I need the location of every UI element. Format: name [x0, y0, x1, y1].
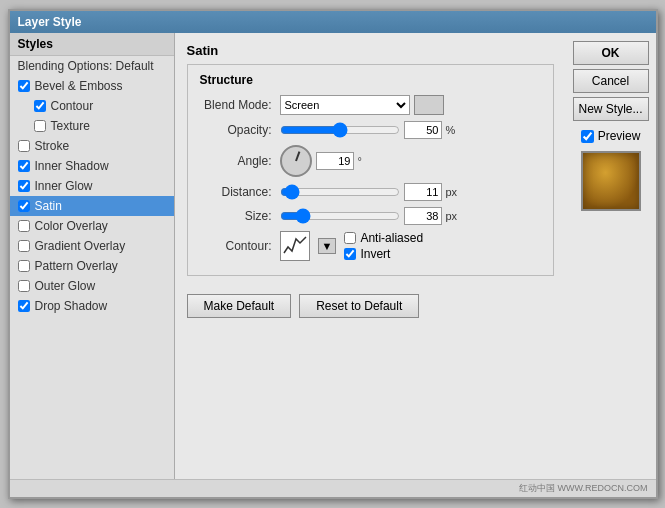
- opacity-value-input[interactable]: [404, 121, 442, 139]
- distance-label: Distance:: [200, 185, 280, 199]
- dialog-body: Styles Blending Options: Default Bevel &…: [10, 33, 656, 479]
- sidebar-item-gradient-overlay[interactable]: Gradient Overlay: [10, 236, 174, 256]
- outer-glow-label: Outer Glow: [35, 279, 96, 293]
- right-panel: OK Cancel New Style... Preview: [566, 33, 656, 479]
- inner-glow-label: Inner Glow: [35, 179, 93, 193]
- outer-glow-checkbox[interactable]: [18, 280, 30, 292]
- sidebar-item-texture[interactable]: Texture: [10, 116, 174, 136]
- drop-shadow-checkbox[interactable]: [18, 300, 30, 312]
- satin-label: Satin: [35, 199, 62, 213]
- satin-checkbox[interactable]: [18, 200, 30, 212]
- blend-mode-color-swatch[interactable]: [414, 95, 444, 115]
- opacity-slider[interactable]: [280, 122, 400, 138]
- texture-checkbox[interactable]: [34, 120, 46, 132]
- color-overlay-label: Color Overlay: [35, 219, 108, 233]
- opacity-label: Opacity:: [200, 123, 280, 137]
- preview-box: [581, 151, 641, 211]
- size-slider-group: px: [280, 207, 462, 225]
- inner-shadow-label: Inner Shadow: [35, 159, 109, 173]
- contour-checkbox[interactable]: [34, 100, 46, 112]
- size-unit: px: [446, 210, 462, 222]
- opacity-unit: %: [446, 124, 462, 136]
- main-content: Satin Structure Blend Mode: Screen Norma…: [175, 33, 566, 479]
- sidebar-item-outer-glow[interactable]: Outer Glow: [10, 276, 174, 296]
- bottom-bar: 红动中国 WWW.REDOCN.COM: [10, 479, 656, 497]
- angle-label: Angle:: [200, 154, 280, 168]
- blend-mode-label: Blend Mode:: [200, 98, 280, 112]
- stroke-checkbox[interactable]: [18, 140, 30, 152]
- pattern-overlay-label: Pattern Overlay: [35, 259, 118, 273]
- angle-row: Angle: °: [200, 145, 541, 177]
- size-value-input[interactable]: [404, 207, 442, 225]
- gradient-overlay-label: Gradient Overlay: [35, 239, 126, 253]
- sidebar-item-blending-options[interactable]: Blending Options: Default: [10, 56, 174, 76]
- contour-label: Contour: [51, 99, 94, 113]
- contour-label: Contour:: [200, 239, 280, 253]
- ok-button[interactable]: OK: [573, 41, 649, 65]
- angle-controls: °: [280, 145, 374, 177]
- distance-unit: px: [446, 186, 462, 198]
- contour-checkboxes: Anti-aliased Invert: [344, 231, 423, 261]
- invert-label[interactable]: Invert: [344, 247, 423, 261]
- angle-dial[interactable]: [280, 145, 312, 177]
- section-title: Satin: [187, 43, 554, 58]
- distance-slider-group: px: [280, 183, 462, 201]
- texture-label: Texture: [51, 119, 90, 133]
- sidebar-item-contour[interactable]: Contour: [10, 96, 174, 116]
- anti-aliased-checkbox[interactable]: [344, 232, 356, 244]
- sidebar-item-color-overlay[interactable]: Color Overlay: [10, 216, 174, 236]
- angle-value-input[interactable]: [316, 152, 354, 170]
- sidebar-item-inner-shadow[interactable]: Inner Shadow: [10, 156, 174, 176]
- distance-value-input[interactable]: [404, 183, 442, 201]
- left-panel: Styles Blending Options: Default Bevel &…: [10, 33, 175, 479]
- title-bar: Layer Style: [10, 11, 656, 33]
- inner-shadow-checkbox[interactable]: [18, 160, 30, 172]
- blending-options-label: Blending Options: Default: [18, 59, 154, 73]
- blend-mode-select[interactable]: Screen Normal Multiply Overlay: [280, 95, 410, 115]
- preview-checkbox[interactable]: [581, 130, 594, 143]
- contour-dropdown-arrow[interactable]: ▼: [318, 238, 337, 254]
- blend-mode-row: Blend Mode: Screen Normal Multiply Overl…: [200, 95, 541, 115]
- sidebar-item-bevel-emboss[interactable]: Bevel & Emboss: [10, 76, 174, 96]
- subsection-title: Structure: [200, 73, 541, 87]
- sidebar-item-inner-glow[interactable]: Inner Glow: [10, 176, 174, 196]
- gradient-overlay-checkbox[interactable]: [18, 240, 30, 252]
- size-slider[interactable]: [280, 208, 400, 224]
- layer-style-dialog: Layer Style Styles Blending Options: Def…: [8, 9, 658, 499]
- stroke-label: Stroke: [35, 139, 70, 153]
- inner-glow-checkbox[interactable]: [18, 180, 30, 192]
- bottom-buttons: Make Default Reset to Default: [187, 294, 554, 318]
- distance-row: Distance: px: [200, 183, 541, 201]
- preview-label[interactable]: Preview: [581, 129, 641, 143]
- watermark: 红动中国 WWW.REDOCN.COM: [519, 482, 648, 495]
- make-default-button[interactable]: Make Default: [187, 294, 292, 318]
- sidebar-item-satin[interactable]: Satin: [10, 196, 174, 216]
- preview-text: Preview: [598, 129, 641, 143]
- bevel-emboss-checkbox[interactable]: [18, 80, 30, 92]
- contour-thumbnail[interactable]: [280, 231, 310, 261]
- sidebar-item-pattern-overlay[interactable]: Pattern Overlay: [10, 256, 174, 276]
- contour-controls: ▼ Anti-aliased Invert: [280, 231, 424, 261]
- invert-text: Invert: [360, 247, 390, 261]
- opacity-row: Opacity: %: [200, 121, 541, 139]
- contour-row: Contour: ▼ Anti-aliased: [200, 231, 541, 261]
- distance-slider[interactable]: [280, 184, 400, 200]
- styles-header: Styles: [10, 33, 174, 56]
- sidebar-item-stroke[interactable]: Stroke: [10, 136, 174, 156]
- invert-checkbox[interactable]: [344, 248, 356, 260]
- angle-unit: °: [358, 155, 374, 167]
- opacity-slider-group: %: [280, 121, 462, 139]
- blend-mode-controls: Screen Normal Multiply Overlay: [280, 95, 444, 115]
- size-label: Size:: [200, 209, 280, 223]
- pattern-overlay-checkbox[interactable]: [18, 260, 30, 272]
- bevel-emboss-label: Bevel & Emboss: [35, 79, 123, 93]
- sidebar-item-drop-shadow[interactable]: Drop Shadow: [10, 296, 174, 316]
- svg-rect-0: [282, 233, 308, 259]
- anti-aliased-text: Anti-aliased: [360, 231, 423, 245]
- structure-subsection: Structure Blend Mode: Screen Normal Mult…: [187, 64, 554, 276]
- cancel-button[interactable]: Cancel: [573, 69, 649, 93]
- reset-to-default-button[interactable]: Reset to Default: [299, 294, 419, 318]
- color-overlay-checkbox[interactable]: [18, 220, 30, 232]
- anti-aliased-label[interactable]: Anti-aliased: [344, 231, 423, 245]
- new-style-button[interactable]: New Style...: [573, 97, 649, 121]
